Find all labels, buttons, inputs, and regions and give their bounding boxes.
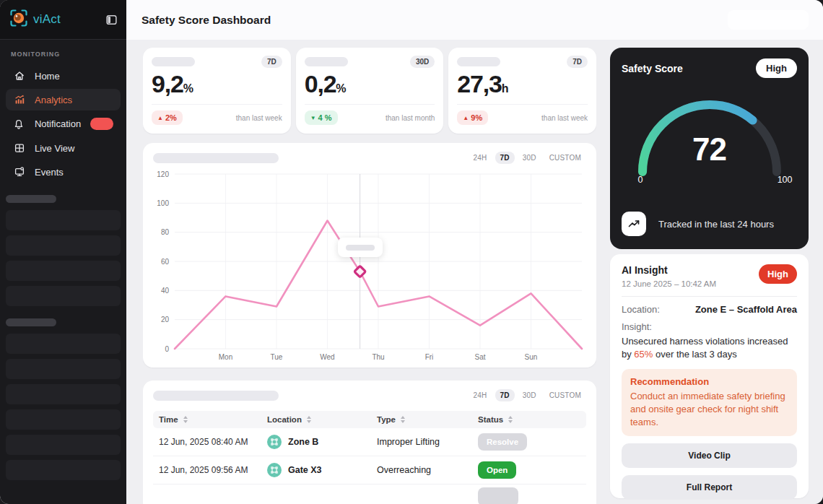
sidebar-item-home[interactable]: Home bbox=[6, 65, 121, 87]
sidebar-item-label: Events bbox=[35, 167, 64, 178]
skeleton-row bbox=[6, 235, 121, 256]
column-header-location[interactable]: Location bbox=[267, 415, 377, 424]
skeleton-row bbox=[6, 384, 121, 404]
sidebar-collapse-icon[interactable] bbox=[105, 14, 118, 26]
kpi-unit: % bbox=[183, 82, 193, 95]
column-header-type[interactable]: Type bbox=[377, 415, 478, 424]
score-level-badge: High bbox=[756, 58, 797, 78]
insight-highlight: 65% bbox=[634, 349, 653, 360]
kpi-title-skeleton bbox=[152, 57, 195, 66]
svg-text:Sat: Sat bbox=[474, 353, 485, 361]
range-tab-7d[interactable]: 7D bbox=[495, 152, 515, 164]
column-header-time[interactable]: Time bbox=[159, 415, 267, 424]
period-badge[interactable]: 7D bbox=[261, 56, 282, 68]
recommendation-box: Recommendation Conduct an immediate safe… bbox=[622, 369, 797, 437]
table-header: Time Location Type Status bbox=[153, 411, 586, 428]
zone-icon bbox=[267, 435, 282, 449]
skeleton-row bbox=[6, 460, 121, 480]
gauge-min-label: 0 bbox=[638, 175, 643, 185]
recommendation-body: Conduct an immediate safety briefing and… bbox=[630, 390, 788, 430]
sidebar-item-live-view[interactable]: Live View bbox=[6, 137, 121, 159]
svg-text:Sun: Sun bbox=[525, 353, 538, 361]
table-row[interactable]: 12 Jun, 2025 08:40 AM bbox=[153, 428, 586, 456]
sidebar-item-notification[interactable]: Notification bbox=[6, 113, 121, 135]
svg-text:Wed: Wed bbox=[320, 353, 334, 361]
table-row[interactable]: 12 Jun, 2025 09:56 AM bbox=[153, 456, 586, 485]
sidebar-item-events[interactable]: Events bbox=[6, 161, 121, 183]
brand-name: viAct bbox=[33, 12, 61, 27]
full-report-button[interactable]: Full Report bbox=[622, 475, 797, 500]
left-column: 7D 9,2% ▲2% than last week 30D bbox=[143, 48, 596, 504]
tracked-caption: Tracked in the last 24 hours bbox=[658, 219, 774, 230]
sort-icon[interactable] bbox=[183, 416, 188, 423]
bell-icon bbox=[13, 118, 25, 130]
sidebar-item-label: Notification bbox=[35, 118, 81, 129]
period-badge[interactable]: 30D bbox=[410, 56, 435, 68]
svg-text:100: 100 bbox=[157, 199, 169, 207]
delta-badge: ▲2% bbox=[152, 110, 183, 125]
event-location: Gate X3 bbox=[267, 463, 377, 477]
skeleton-row bbox=[6, 435, 121, 455]
svg-text:80: 80 bbox=[161, 228, 170, 236]
event-location: Zone B bbox=[267, 435, 377, 449]
delta-badge: ▲9% bbox=[457, 110, 488, 125]
table-row-partial[interactable] bbox=[153, 485, 586, 504]
notification-badge bbox=[90, 118, 113, 130]
safety-trend-chart[interactable]: 020406080100120MonTueWedThuFriSatSun bbox=[153, 168, 586, 368]
event-time: 12 Jun, 2025 08:40 AM bbox=[159, 437, 267, 447]
table-title-skeleton bbox=[153, 391, 279, 401]
content: 7D 9,2% ▲2% than last week 30D bbox=[126, 40, 823, 504]
range-tab-24h[interactable]: 24H bbox=[469, 389, 492, 401]
chart-title-skeleton bbox=[153, 153, 279, 163]
skeleton-row bbox=[6, 286, 121, 306]
kpi-title-skeleton bbox=[457, 57, 500, 66]
severity-badge: High bbox=[759, 264, 797, 284]
kpi-card: 30D 0,2% ▼4 % than last month bbox=[296, 48, 444, 134]
status-button[interactable]: Open bbox=[478, 461, 516, 479]
trending-up-icon bbox=[622, 212, 646, 236]
svg-text:Tue: Tue bbox=[271, 353, 283, 361]
svg-text:Thu: Thu bbox=[372, 353, 384, 361]
svg-text:20: 20 bbox=[161, 316, 170, 323]
sort-icon[interactable] bbox=[508, 416, 513, 423]
sidebar-item-analytics[interactable]: Analytics bbox=[6, 89, 121, 110]
range-tab-30d[interactable]: 30D bbox=[518, 152, 541, 164]
range-tab-24h[interactable]: 24H bbox=[469, 152, 492, 164]
skeleton-row bbox=[6, 409, 121, 430]
kpi-unit: % bbox=[336, 82, 346, 95]
app-window: viAct MONITORING Home bbox=[0, 0, 823, 504]
range-tab-7d[interactable]: 7D bbox=[495, 389, 515, 401]
sidebar-section-label: MONITORING bbox=[6, 51, 121, 58]
kpi-unit: h bbox=[502, 82, 509, 95]
sidebar-item-label: Live View bbox=[35, 143, 74, 154]
kpi-card: 7D 27,3h ▲9% than last week bbox=[448, 48, 596, 134]
kpi-row: 7D 9,2% ▲2% than last week 30D bbox=[143, 48, 596, 134]
zone-icon bbox=[267, 463, 282, 477]
svg-text:0: 0 bbox=[165, 345, 169, 353]
compare-label: than last week bbox=[236, 114, 282, 122]
safety-score-title: Safety Score bbox=[622, 63, 683, 74]
recommendation-title: Recommendation bbox=[630, 376, 788, 387]
video-clip-button[interactable]: Video Clip bbox=[622, 443, 797, 468]
skeleton-row bbox=[6, 210, 121, 230]
range-tab-custom[interactable]: CUSTOM bbox=[544, 152, 586, 164]
safety-score-card: Safety Score High 72 0 100 bbox=[610, 48, 809, 249]
sidebar-header: viAct bbox=[0, 0, 126, 40]
events-table-card: 24H 7D 30D CUSTOM Time Location Type Sta… bbox=[143, 381, 596, 504]
analytics-icon bbox=[13, 94, 25, 105]
event-time: 12 Jun, 2025 09:56 AM bbox=[159, 465, 267, 475]
period-badge[interactable]: 7D bbox=[567, 56, 588, 68]
status-button[interactable] bbox=[478, 487, 518, 504]
sort-icon[interactable] bbox=[401, 416, 405, 423]
range-tab-custom[interactable]: CUSTOM bbox=[544, 389, 586, 401]
sort-icon[interactable] bbox=[307, 416, 311, 423]
insight-label: Insight: bbox=[622, 321, 797, 332]
right-column: Safety Score High 72 0 100 bbox=[610, 48, 809, 504]
column-header-status[interactable]: Status bbox=[478, 415, 580, 424]
sidebar-item-label: Home bbox=[35, 71, 60, 82]
range-tab-30d[interactable]: 30D bbox=[518, 389, 541, 401]
score-value: 72 bbox=[622, 131, 797, 168]
status-button[interactable]: Resolve bbox=[478, 433, 527, 451]
sidebar-item-label: Analytics bbox=[35, 95, 72, 105]
svg-text:40: 40 bbox=[161, 287, 170, 295]
